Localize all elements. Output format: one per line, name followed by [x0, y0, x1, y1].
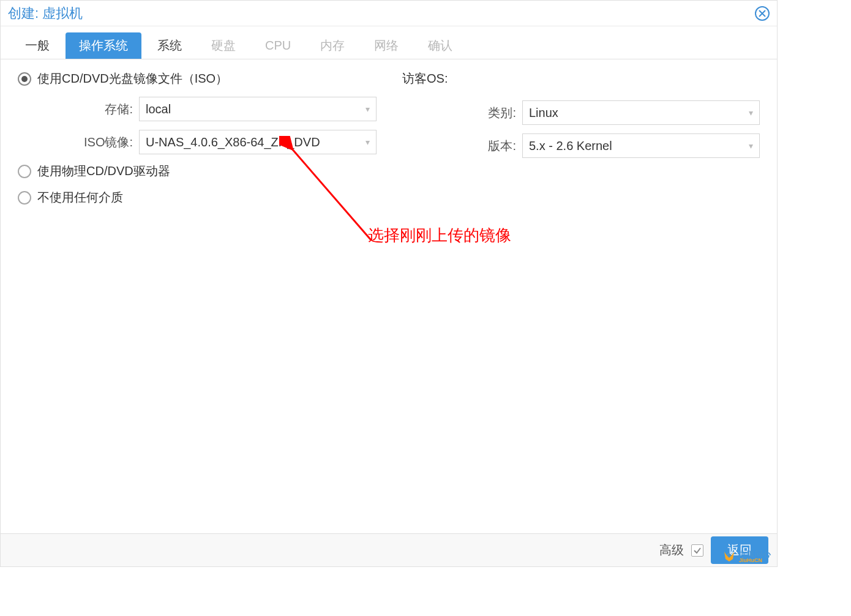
fox-icon: [722, 549, 737, 564]
dialog-footer: 高级 返回 九狐问心 JiuHuCN: [1, 533, 777, 566]
storage-select[interactable]: local ▾: [139, 97, 377, 121]
tab-cpu: CPU: [252, 34, 304, 58]
type-value: Linux: [529, 106, 558, 120]
radio-iso-label: 使用CD/DVD光盘镜像文件（ISO）: [37, 70, 228, 87]
storage-row: 存储: local ▾: [18, 97, 377, 121]
radio-iso[interactable]: [18, 72, 31, 86]
version-value: 5.x - 2.6 Kernel: [529, 139, 612, 153]
create-vm-dialog: 创建: 虚拟机 一般 操作系统 系统 硬盘 CPU 内存 网络 确认 使用CD/…: [0, 0, 778, 567]
radio-physical-row: 使用物理CD/DVD驱动器: [18, 163, 377, 179]
guest-os-header: 访客OS:: [401, 70, 760, 87]
radio-physical-label: 使用物理CD/DVD驱动器: [37, 163, 170, 179]
radio-none[interactable]: [18, 191, 31, 205]
iso-value: U-NAS_4.0.6_X86-64_ZH_DVD: [146, 135, 320, 149]
radio-physical[interactable]: [18, 165, 31, 178]
dialog-header: 创建: 虚拟机: [1, 1, 777, 26]
advanced-checkbox[interactable]: [691, 544, 703, 557]
tab-os[interactable]: 操作系统: [66, 32, 141, 59]
iso-label: ISO镜像:: [18, 134, 139, 151]
iso-select[interactable]: U-NAS_4.0.6_X86-64_ZH_DVD ▾: [139, 130, 377, 154]
radio-iso-row: 使用CD/DVD光盘镜像文件（ISO）: [18, 70, 377, 87]
iso-row: ISO镜像: U-NAS_4.0.6_X86-64_ZH_DVD ▾: [18, 130, 377, 154]
version-label: 版本:: [401, 138, 522, 154]
radio-none-row: 不使用任何介质: [18, 189, 377, 206]
tab-general[interactable]: 一般: [12, 32, 63, 59]
tab-memory: 内存: [307, 32, 358, 59]
annotation-text: 选择刚刚上传的镜像: [368, 225, 511, 246]
close-icon: [759, 10, 766, 17]
tab-system[interactable]: 系统: [144, 32, 195, 59]
version-row: 版本: 5.x - 2.6 Kernel ▾: [401, 133, 760, 158]
chevron-down-icon: ▾: [749, 141, 753, 151]
version-select[interactable]: 5.x - 2.6 Kernel ▾: [522, 133, 760, 158]
type-label: 类别:: [401, 105, 522, 121]
right-column: 访客OS: 类别: Linux ▾ 版本: 5.x - 2.6 Kernel ▾: [401, 70, 760, 522]
type-row: 类别: Linux ▾: [401, 100, 760, 125]
type-select[interactable]: Linux ▾: [522, 100, 760, 125]
advanced-label: 高级: [659, 542, 684, 558]
tab-confirm: 确认: [414, 32, 466, 59]
storage-value: local: [146, 102, 171, 116]
radio-none-label: 不使用任何介质: [37, 189, 123, 206]
wizard-tabs: 一般 操作系统 系统 硬盘 CPU 内存 网络 确认: [1, 26, 777, 59]
close-button[interactable]: [755, 6, 770, 21]
tab-disk: 硬盘: [198, 32, 249, 59]
chevron-down-icon: ▾: [366, 137, 370, 147]
chevron-down-icon: ▾: [366, 104, 370, 114]
watermark-en: JiuHuCN: [739, 558, 771, 563]
watermark: 九狐问心 JiuHuCN: [722, 549, 771, 564]
storage-label: 存储:: [18, 101, 139, 118]
left-column: 使用CD/DVD光盘镜像文件（ISO） 存储: local ▾ ISO镜像: U…: [18, 70, 377, 522]
dialog-title: 创建: 虚拟机: [8, 4, 83, 23]
checkmark-icon: [693, 546, 702, 555]
chevron-down-icon: ▾: [749, 108, 753, 118]
dialog-body: 使用CD/DVD光盘镜像文件（ISO） 存储: local ▾ ISO镜像: U…: [1, 59, 777, 533]
tab-network: 网络: [361, 32, 412, 59]
